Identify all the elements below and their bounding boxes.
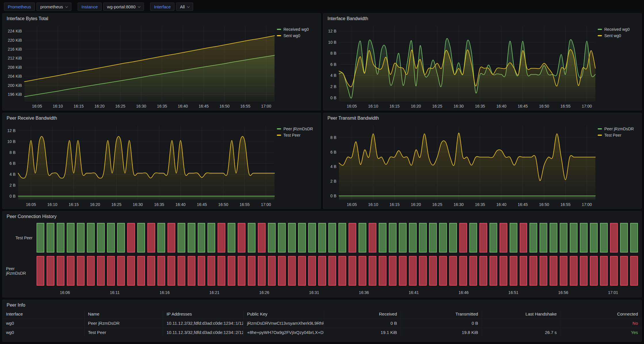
legend-item[interactable]: Test Peer xyxy=(598,132,639,138)
legend-item[interactable]: Peer jRzmDsDR xyxy=(277,126,318,132)
panel-title-peer-connection-history[interactable]: Peer Connection History xyxy=(3,211,641,220)
cell-ip-addresses: 10.11.12.2/32,fdfd:d3ad:c0de:1234::1/128 xyxy=(163,318,243,328)
svg-text:212 KiB: 212 KiB xyxy=(8,56,22,60)
panel-interface-bytes-total: Interface Bytes Total 16:0516:1016:1516:… xyxy=(2,13,321,110)
legend-item[interactable]: Received wg0 xyxy=(277,26,318,33)
legend-item[interactable]: Sent wg0 xyxy=(598,33,639,39)
legend-swatch xyxy=(598,35,602,36)
cell-received: 0 B xyxy=(324,318,401,328)
status-history-rows: Test PeerPeer jRzmDsDR xyxy=(6,223,638,286)
svg-text:208 KiB: 208 KiB xyxy=(8,65,22,70)
peer-receive-bandwidth-plot[interactable]: 16:0516:1016:1516:2016:2516:3016:3516:40… xyxy=(3,122,277,209)
status-bar-down xyxy=(147,256,155,286)
svg-text:16:30: 16:30 xyxy=(133,202,143,207)
status-bar-down xyxy=(419,256,427,286)
status-bar-down xyxy=(147,223,155,253)
svg-text:0 B: 0 B xyxy=(9,194,16,198)
column-header-connected[interactable]: Connected xyxy=(560,310,641,318)
panel-title-interface-bytes-total[interactable]: Interface Bytes Total xyxy=(3,14,321,22)
legend-item[interactable]: Peer jRzmDsDR xyxy=(598,126,639,132)
status-row-label: Test Peer xyxy=(6,223,37,253)
status-bar-down xyxy=(248,256,256,286)
interface-bandwidth-plot[interactable]: 16:0516:1016:1516:2016:2516:3016:3516:40… xyxy=(323,22,598,110)
dashboard-row-4: Peer Info InterfaceNameIP AddressesPubli… xyxy=(2,300,642,342)
svg-text:16:50: 16:50 xyxy=(539,104,549,108)
column-header-public-key[interactable]: Public Key xyxy=(243,310,324,318)
status-bar-down xyxy=(97,256,105,286)
svg-text:16:25: 16:25 xyxy=(115,104,125,108)
svg-text:8 B: 8 B xyxy=(330,51,336,56)
legend-item[interactable]: Sent wg0 xyxy=(277,33,318,39)
status-bar-down xyxy=(57,256,64,286)
svg-text:16:05: 16:05 xyxy=(347,202,357,207)
status-x-tick: 16:16 xyxy=(140,289,189,296)
peer-transmit-bandwidth-plot[interactable]: 16:0516:1016:1516:2016:2516:3016:3516:40… xyxy=(323,122,598,209)
column-header-ip-addresses[interactable]: IP Addresses xyxy=(163,310,243,318)
status-bar-down xyxy=(328,256,336,286)
svg-text:16:55: 16:55 xyxy=(240,104,250,108)
legend-item[interactable]: Test Peer xyxy=(277,132,318,138)
svg-text:216 KiB: 216 KiB xyxy=(8,47,22,51)
status-bar-up xyxy=(137,223,145,253)
column-header-last-handshake[interactable]: Last Handshake xyxy=(482,310,560,318)
status-x-tick: 16:41 xyxy=(389,289,439,296)
variable-dropdown-instance[interactable]: wg-portal:8080 xyxy=(103,3,144,11)
status-bar-down xyxy=(308,256,316,286)
svg-text:17:00: 17:00 xyxy=(582,104,592,108)
status-x-tick: 16:36 xyxy=(339,289,389,296)
svg-text:8 B: 8 B xyxy=(9,150,16,155)
svg-text:16:35: 16:35 xyxy=(475,202,485,207)
variable-label: Instance xyxy=(78,3,102,11)
status-bar-down xyxy=(178,256,185,286)
svg-text:16:45: 16:45 xyxy=(197,202,207,207)
svg-text:16:40: 16:40 xyxy=(496,202,506,207)
status-bar-down xyxy=(520,256,527,286)
legend-label: Received wg0 xyxy=(283,27,309,32)
panel-title-peer-transmit-bandwidth[interactable]: Peer Transmit Bandwidth xyxy=(323,113,641,122)
svg-text:12 B: 12 B xyxy=(7,128,16,133)
status-bar-up xyxy=(389,223,397,253)
cell-interface: wg0 xyxy=(3,318,84,328)
status-bar-up xyxy=(248,223,256,253)
status-bar-down xyxy=(298,256,306,286)
status-bars xyxy=(37,256,638,286)
status-x-tick: 16:06 xyxy=(40,289,90,296)
legend: Peer jRzmDsDRTest Peer xyxy=(277,122,321,209)
peer-info-header-row: InterfaceNameIP AddressesPublic KeyRecei… xyxy=(3,310,641,318)
svg-text:16:20: 16:20 xyxy=(90,202,100,207)
status-bar-up xyxy=(570,223,578,253)
legend-item[interactable]: Received wg0 xyxy=(598,26,639,33)
column-header-name[interactable]: Name xyxy=(84,310,163,318)
svg-text:16:20: 16:20 xyxy=(94,104,104,108)
chevron-down-icon xyxy=(65,5,68,8)
svg-text:16:10: 16:10 xyxy=(368,202,378,207)
status-bar-down xyxy=(137,256,145,286)
panel-title-peer-info[interactable]: Peer Info xyxy=(3,300,641,309)
panel-title-interface-bandwidth[interactable]: Interface Bandwidth xyxy=(323,14,641,22)
legend-label: Test Peer xyxy=(283,133,300,137)
status-bar-up xyxy=(449,223,457,253)
variable-dropdown-interface[interactable]: All xyxy=(176,3,193,11)
column-header-interface[interactable]: Interface xyxy=(3,310,84,318)
svg-text:16:30: 16:30 xyxy=(454,202,464,207)
status-bar-up xyxy=(288,223,296,253)
cell-connected: No xyxy=(560,318,641,328)
svg-text:16:45: 16:45 xyxy=(518,104,528,108)
status-bar-up xyxy=(489,223,497,253)
cell-transmitted: 0 B xyxy=(401,318,482,328)
panel-interface-bandwidth: Interface Bandwidth 16:0516:1016:1516:20… xyxy=(323,13,642,110)
status-bar-up xyxy=(328,223,336,253)
status-history-row: Peer jRzmDsDR xyxy=(6,256,638,286)
interface-bytes-total-plot[interactable]: 16:0516:1016:1516:2016:2516:3016:3516:40… xyxy=(3,22,277,110)
panel-title-peer-receive-bandwidth[interactable]: Peer Receive Bandwidth xyxy=(3,113,321,122)
legend-label: Sent wg0 xyxy=(283,33,300,38)
variable-dropdown-prometheus[interactable]: prometheus xyxy=(37,3,71,11)
status-bar-down xyxy=(338,256,346,286)
column-header-transmitted[interactable]: Transmitted xyxy=(401,310,482,318)
status-bar-up xyxy=(439,223,447,253)
column-header-received[interactable]: Received xyxy=(324,310,401,318)
svg-text:16:15: 16:15 xyxy=(69,202,79,207)
legend-swatch xyxy=(277,29,281,30)
svg-text:16:30: 16:30 xyxy=(454,104,464,108)
status-bar-down xyxy=(399,256,407,286)
